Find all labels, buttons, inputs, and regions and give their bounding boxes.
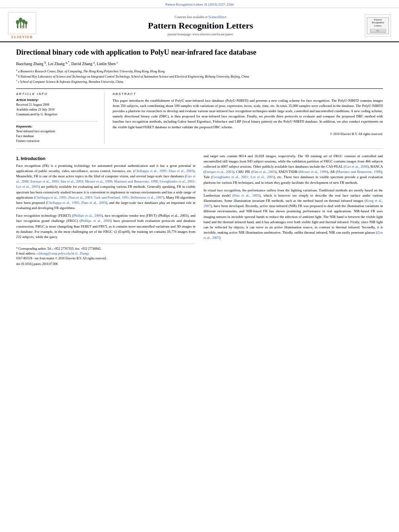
other-text: Other	[253, 164, 261, 168]
intro-paragraph-2: Face recognition technology (FERET) (Phi…	[16, 213, 195, 240]
ref-chellappa1995[interactable]: Chellappa et al., 1995; Zhao et al., 200…	[134, 169, 193, 173]
journal-header: ELSEVIER Contents lists available at Sci…	[0, 8, 399, 42]
article-info-column: ARTICLE INFO Article history: Received 2…	[16, 92, 105, 144]
article-title: Directional binary code with application…	[16, 48, 383, 57]
journal-ref-text: Pattern Recognition Letters 31 (2010) 23…	[165, 2, 233, 6]
footnote-section: * Corresponding author. Tel.: +852 27767…	[16, 244, 195, 266]
journal-center-info: Contents lists available at ScienceDirec…	[36, 15, 365, 36]
ref-ar[interactable]: Martinez and Benavente, 1998	[337, 170, 381, 174]
intro-paragraph-1: Face recognition (FR) is a promising tec…	[16, 163, 195, 211]
body-right-column: and target sets contain 8014 and 16,028 …	[204, 154, 383, 266]
svg-rect-4	[23, 23, 25, 28]
author-lei: Lei Zhang a,*,	[48, 62, 71, 66]
info-abstract-section: ARTICLE INFO Article history: Received 2…	[16, 92, 383, 144]
journal-thumb-label: Pattern RecognitionLetters	[368, 18, 388, 28]
ref-yale[interactable]: Georghiades et al., 2001; Lee et al., 20…	[212, 175, 274, 179]
elsevier-brand-text: ELSEVIER	[11, 35, 33, 39]
ref-lambertian[interactable]: Sim et al., 2003	[234, 193, 259, 197]
footnote-email-link[interactable]: cslzhang@comp.polyu.edu.hk (L. Zhang).	[37, 252, 90, 255]
abstract-text: This paper introduces the establishment …	[113, 98, 383, 130]
authors-line: Baochang Zhang b, Lei Zhang a,*, David Z…	[16, 60, 383, 66]
body-divider	[16, 148, 383, 149]
abstract-column: ABSTRACT This paper introduces the estab…	[113, 92, 383, 144]
author-david: David Zhang a,	[71, 62, 97, 66]
available-date: Available online 23 July 2010	[16, 107, 98, 112]
communicated-by: Communicated by G. Borgefors	[16, 112, 98, 117]
svg-rect-2	[20, 21, 21, 28]
svg-rect-0	[17, 23, 18, 28]
article-history-section: Article history: Received 21 August 2009…	[16, 98, 98, 117]
elsevier-tree-icon	[15, 17, 29, 29]
main-content: Directional binary code with application…	[0, 42, 399, 274]
svg-point-1	[16, 20, 20, 24]
author-linlin: Linlin Shen c	[97, 62, 118, 66]
elsevier-logo: ELSEVIER	[8, 12, 36, 39]
intro-heading: 1. Introduction	[16, 156, 195, 161]
journal-thumb-inner: Pattern RecognitionLetters PRL	[367, 17, 389, 34]
sciencedirect-link[interactable]: ScienceDirect	[208, 15, 226, 19]
affiliations: a a Biometrics Research Center, Dept. of…	[16, 68, 383, 84]
article-info-label: ARTICLE INFO	[16, 92, 98, 96]
footnote-issn: 0167-8655/$ - see front matter © 2010 El…	[16, 256, 195, 261]
ref-feret[interactable]: Phillips et al., 2000	[73, 214, 101, 218]
ref-banca[interactable]: Enrique et al., 2003	[205, 170, 233, 174]
journal-thumbnail: Pattern RecognitionLetters PRL	[365, 14, 391, 37]
svg-point-3	[19, 17, 23, 22]
keywords-title: Keywords:	[16, 125, 98, 128]
keywords-section: Keywords: Near-infrared face recognition…	[16, 125, 98, 144]
ref-fr-proposed[interactable]: Chellappa et al., 1995; Zhao et al., 200…	[47, 201, 106, 205]
ref-thermal[interactable]: Kong et al., 2007	[204, 199, 383, 208]
ref-cmupie[interactable]: Sim et al., 2003	[253, 170, 276, 174]
article-history-title: Article history:	[16, 98, 98, 102]
affiliation-c: c c School of Computer Science & Softwar…	[16, 79, 383, 84]
abstract-label: ABSTRACT	[113, 92, 383, 96]
ref-frgc[interactable]: Phillips et al., 2005	[81, 219, 111, 223]
journal-homepage: journal homepage: www.elsevier.com/locat…	[36, 33, 365, 36]
sciencedirect-line: Contents lists available at ScienceDirec…	[36, 15, 365, 19]
intro-paragraph-3: and target sets contain 8014 and 16,028 …	[204, 154, 383, 185]
copyright-line: © 2010 Elsevier B.V. All rights reserved…	[113, 132, 383, 136]
ref-zou2007[interactable]: Zou et al., 2007	[204, 230, 383, 240]
info-divider	[16, 121, 98, 121]
elsevier-logo-box	[8, 12, 36, 34]
received-date: Received 21 August 2009	[16, 103, 98, 107]
affiliation-a: a a Biometrics Research Center, Dept. of…	[16, 68, 383, 74]
ref-gao2008[interactable]: Gao et al., 2008; Enrique et al., 2003; …	[16, 174, 195, 189]
header-divider	[16, 88, 383, 89]
ref-chellappa-wide[interactable]: Chellappa et al., 1995; Zhao et al., 200…	[35, 195, 163, 199]
body-content: 1. Introduction Face recognition (FR) is…	[16, 154, 383, 266]
body-left-column: 1. Introduction Face recognition (FR) is…	[16, 154, 195, 266]
keyword-2: Face database	[16, 134, 98, 139]
keyword-1: Near-infrared face recognition	[16, 129, 98, 134]
journal-reference-bar: Pattern Recognition Letters 31 (2010) 23…	[0, 0, 399, 8]
svg-rect-6	[26, 24, 27, 28]
doi-line: doi:10.1016/j.patrec.2010.07.006	[16, 262, 195, 266]
ref-caspeal[interactable]: Gao et al., 2008	[345, 164, 368, 168]
ref-xm2vts[interactable]: Messer et al., 1999	[300, 170, 327, 174]
footnote-star: * Corresponding author. Tel.: +852 27767…	[16, 246, 195, 251]
journal-title: Pattern Recognition Letters	[36, 21, 365, 31]
intro-paragraph-4: In visual face recognition, the performa…	[204, 188, 383, 241]
svg-point-7	[25, 21, 27, 25]
svg-point-8	[21, 25, 23, 27]
author-baochang: Baochang Zhang b,	[16, 62, 48, 66]
keyword-3: Feature extraction	[16, 139, 98, 144]
journal-thumb-image: PRL	[370, 29, 386, 33]
affiliation-b: b b National Key Laboratory of Science a…	[16, 74, 383, 79]
footnote-email: E-mail address: cslzhang@comp.polyu.edu.…	[16, 251, 195, 256]
